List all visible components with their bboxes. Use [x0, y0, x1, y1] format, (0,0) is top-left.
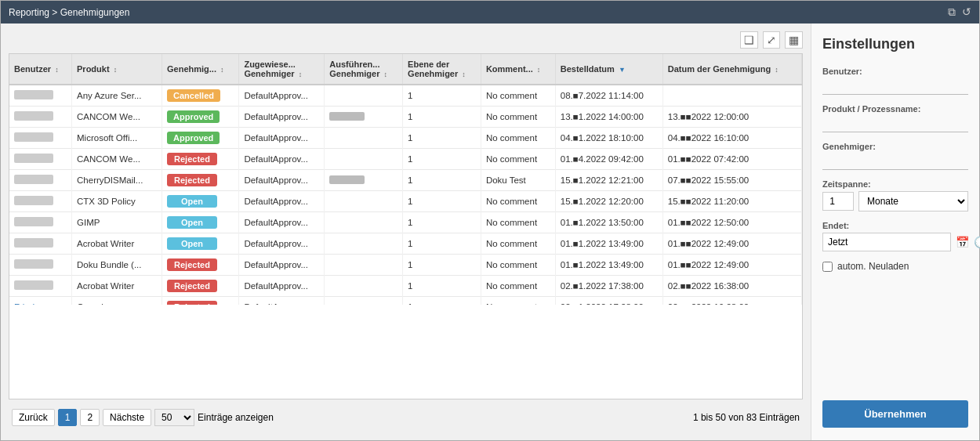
cell-ebene: 1	[403, 276, 481, 297]
table-row: Acrobat WriterOpenDefaultApprov...1No co…	[9, 233, 802, 255]
status-badge: Open	[167, 237, 217, 250]
cell-benutzer	[9, 233, 72, 255]
cell-komment: No comment	[481, 297, 555, 305]
cell-produkt: CANCOM We...	[72, 107, 162, 128]
calendar-icon[interactable]: 📅	[956, 236, 969, 248]
cell-komment: No comment	[481, 149, 555, 170]
cell-datum-genehmigung: 01.■■2022 12:50:00	[662, 212, 801, 233]
cell-bestelldatum: 01.■1.2022 13:49:00	[555, 255, 662, 276]
cell-zugewiese: DefaultApprov...	[239, 191, 325, 212]
cell-ausfuehren	[325, 128, 403, 149]
pagination: Zurück 1 2 Nächste 50 10 25 100 Einträge…	[9, 403, 803, 432]
zeitspanne-field-group: Zeitspanne: Monate Tage Wochen Jahre	[822, 179, 968, 211]
col-benutzer[interactable]: Benutzer ↕	[9, 54, 72, 85]
entries-label: Einträge anzeigen	[198, 412, 274, 423]
cell-zugewiese: DefaultApprov...	[239, 255, 325, 276]
cell-zugewiese: DefaultApprov...	[239, 149, 325, 170]
cell-bestelldatum: 08.■7.2022 11:14:00	[555, 85, 662, 107]
col-zugewiese[interactable]: Zugewiese...Genehmiger ↕	[239, 54, 325, 85]
clock-icon[interactable]: 🕐	[974, 236, 980, 248]
produkt-label: Produkt / Prozessname:	[822, 104, 968, 114]
next-button[interactable]: Nächste	[103, 409, 151, 426]
autoreload-row: autom. Neuladen	[822, 261, 968, 272]
cell-status: Approved	[162, 128, 239, 149]
cell-komment: No comment	[481, 255, 555, 276]
per-page-select[interactable]: 50 10 25 100	[154, 409, 194, 426]
sort-genehmig-icon: ↕	[220, 66, 224, 74]
content-area: ❑ ⤢ ▦ Benutzer ↕	[1, 23, 979, 440]
cell-zugewiese: DefaultApprov...	[239, 170, 325, 191]
cell-produkt: CTX 3D Policy	[72, 191, 162, 212]
main-window: Reporting > Genehmigungen ⧉ ↺ ❑ ⤢ ▦	[0, 0, 980, 441]
cell-datum-genehmigung: 02.■■2022 16:28:00	[662, 297, 801, 305]
cell-komment: No comment	[481, 128, 555, 149]
user-link[interactable]: Frieda	[14, 302, 40, 305]
cell-bestelldatum: 01.■1.2022 13:50:00	[555, 212, 662, 233]
cell-ausfuehren	[325, 107, 403, 128]
back-button[interactable]: Zurück	[12, 409, 55, 426]
cell-benutzer	[9, 170, 72, 191]
pagination-summary: 1 bis 50 von 83 Einträgen	[693, 412, 800, 423]
endet-input[interactable]	[822, 233, 951, 251]
table-row: CherryDISMail...RejectedDefaultApprov...…	[9, 170, 802, 191]
cell-zugewiese: DefaultApprov...	[239, 128, 325, 149]
sort-bestelldatum-icon: ▼	[619, 66, 626, 74]
endet-field-group: Endet: 📅 🕐	[822, 221, 968, 251]
status-badge: Rejected	[167, 301, 217, 305]
cell-produkt: Acrobat Writer	[72, 276, 162, 297]
cell-ebene: 1	[403, 212, 481, 233]
data-table-container: Benutzer ↕ Produkt ↕ Genehmig... ↕	[9, 53, 803, 399]
cell-komment: No comment	[481, 85, 555, 107]
page-1-button[interactable]: 1	[58, 409, 78, 426]
table-row: Any Azure Ser...CancelledDefaultApprov..…	[9, 85, 802, 107]
table-row: CANCOM We...RejectedDefaultApprov...1No …	[9, 149, 802, 170]
col-genehmig[interactable]: Genehmig... ↕	[162, 54, 239, 85]
col-produkt[interactable]: Produkt ↕	[72, 54, 162, 85]
produkt-input[interactable]	[822, 116, 968, 132]
cell-datum-genehmigung	[662, 85, 801, 107]
cell-status: Rejected	[162, 297, 239, 305]
status-badge: Approved	[167, 132, 220, 144]
cell-bestelldatum: 13.■1.2022 14:00:00	[555, 107, 662, 128]
cell-komment: No comment	[481, 233, 555, 255]
cell-status: Rejected	[162, 170, 239, 191]
table-row: FriedaGemeinsames ...RejectedDefaultAppr…	[9, 297, 802, 305]
zeitspanne-row: Monate Tage Wochen Jahre	[822, 191, 968, 211]
autoreload-checkbox[interactable]	[822, 262, 833, 272]
col-datum-genehmigung[interactable]: Datum der Genehmigung ↕	[662, 54, 801, 85]
cell-produkt: Any Azure Ser...	[72, 85, 162, 107]
cell-benutzer	[9, 255, 72, 276]
produkt-field-group: Produkt / Prozessname:	[822, 104, 968, 132]
cell-bestelldatum: 04.■1.2022 18:10:00	[555, 128, 662, 149]
cell-bestelldatum: 01.■4.2022 09:42:00	[555, 149, 662, 170]
cell-produkt: Microsoft Offi...	[72, 128, 162, 149]
apply-button[interactable]: Übernehmen	[822, 400, 968, 428]
status-badge: Cancelled	[167, 89, 220, 102]
cell-datum-genehmigung: 04.■■2022 16:10:00	[662, 128, 801, 149]
benutzer-input[interactable]	[822, 78, 968, 95]
zeitspanne-number-input[interactable]	[822, 192, 854, 211]
genehmiger-label: Genehmiger:	[822, 142, 968, 151]
table-icon[interactable]: ▦	[785, 31, 803, 49]
copy-icon[interactable]: ❑	[740, 31, 758, 49]
genehmiger-input[interactable]	[822, 154, 968, 170]
main-panel: ❑ ⤢ ▦ Benutzer ↕	[1, 23, 811, 440]
refresh-icon[interactable]: ↺	[962, 5, 971, 19]
titlebar: Reporting > Genehmigungen ⧉ ↺	[1, 1, 979, 23]
col-ebene[interactable]: Ebene derGenehmiger ↕	[403, 54, 481, 85]
col-bestelldatum[interactable]: Bestelldatum ▼	[555, 54, 662, 85]
cell-benutzer	[9, 128, 72, 149]
cell-ausfuehren	[325, 212, 403, 233]
cell-bestelldatum: 15.■1.2022 12:20:00	[555, 191, 662, 212]
page-2-button[interactable]: 2	[80, 409, 100, 426]
col-ausfuehren[interactable]: Ausführen...Genehmiger ↕	[325, 54, 403, 85]
sort-zugewiese-icon: ↕	[299, 70, 303, 78]
external-link-icon[interactable]: ⧉	[948, 5, 956, 19]
export-icon[interactable]: ⤢	[763, 31, 780, 49]
cell-ausfuehren	[325, 255, 403, 276]
cell-status: Approved	[162, 107, 239, 128]
zeitspanne-unit-select[interactable]: Monate Tage Wochen Jahre	[858, 191, 968, 211]
col-komment[interactable]: Komment... ↕	[481, 54, 555, 85]
cell-zugewiese: DefaultApprov...	[239, 85, 325, 107]
data-table: Benutzer ↕ Produkt ↕ Genehmig... ↕	[9, 54, 802, 305]
